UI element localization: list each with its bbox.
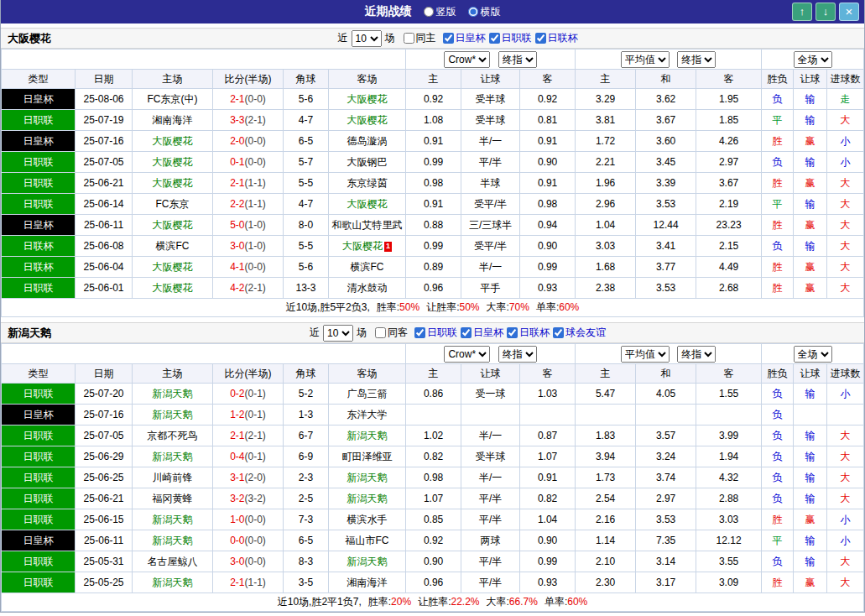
euro-away-odds: 2.19	[696, 194, 762, 215]
result-goals: 大	[827, 572, 864, 593]
match-date: 25-07-19	[76, 110, 133, 131]
league-checkbox[interactable]	[507, 327, 518, 338]
euro-home-odds	[576, 405, 636, 425]
match-row: 日职联25-05-25新潟天鹅2-1(1-1)3-5湘南海洋0.96平/半0.9…	[2, 572, 864, 593]
league-filter[interactable]: 日职联	[414, 326, 457, 340]
result-handicap: 输	[794, 384, 827, 405]
full-time-score: 3-0	[230, 240, 244, 252]
summary-stat-label: 让胜率:	[418, 596, 451, 608]
league-checkbox[interactable]	[489, 33, 500, 44]
half-time-score: (0-0)	[245, 535, 266, 546]
euro-time-select[interactable]: 终指	[677, 346, 716, 363]
match-date: 25-05-25	[76, 572, 133, 593]
asian-away-odds: 0.98	[520, 194, 576, 215]
asian-away-odds: 0.91	[520, 467, 576, 488]
league-checkbox[interactable]	[553, 327, 564, 338]
match-type: 日职联	[2, 194, 76, 215]
asian-odds-controls: Crow* 终指	[406, 344, 576, 364]
euro-time-select[interactable]: 终指	[677, 51, 716, 68]
asian-home-odds: 0.92	[406, 530, 461, 551]
match-type: 日职联	[2, 110, 76, 131]
summary-footer: 近10场,胜2平1负7,胜率:20%让胜率:22.2%大率:66.7%单率:60…	[2, 593, 864, 612]
league-checkbox[interactable]	[414, 327, 425, 338]
league-checkbox[interactable]	[535, 33, 546, 44]
euro-book-select[interactable]: 平均值	[621, 51, 670, 68]
full-time-score: 4-2	[230, 282, 244, 294]
home-team: FC东京(中)	[133, 89, 213, 110]
match-row: 日职联25-07-19湘南海洋3-3(2-1)4-7大阪樱花1.08受半球0.8…	[2, 110, 864, 131]
league-filter[interactable]: 日职联	[489, 31, 532, 45]
score-cell: 3-3(2-1)	[213, 110, 284, 131]
result-goals: 大	[827, 488, 864, 509]
odds-book-select[interactable]: Crow*	[444, 346, 490, 363]
league-checkbox[interactable]	[461, 327, 472, 338]
same-venue-filter[interactable]: 同客	[375, 326, 408, 340]
away-team: 大阪钢巴	[329, 152, 406, 173]
result-handicap: 输	[794, 110, 827, 131]
scope-select[interactable]: 全场	[794, 346, 832, 363]
layout-radio-horizontal[interactable]: 横版	[468, 5, 501, 19]
handicap: 半/一	[461, 131, 520, 152]
column-header: 让球	[794, 70, 827, 89]
away-team: 东京绿茵	[329, 173, 406, 194]
summary-stat-label: 单率:	[536, 301, 559, 313]
asian-home-odds: 0.96	[406, 572, 461, 593]
summary-stat-value: 66.7%	[509, 596, 538, 608]
away-team-name: 新潟天鹅	[347, 556, 388, 567]
same-venue-filter[interactable]: 同主	[404, 31, 436, 45]
away-team-name: 广岛三箭	[347, 388, 388, 399]
half-time-score: (0-0)	[245, 514, 266, 525]
league-checkbox[interactable]	[443, 33, 454, 44]
result-outcome: 胜	[762, 509, 794, 530]
league-label: 日职联	[502, 31, 532, 45]
euro-draw-odds: 4.05	[636, 384, 696, 405]
scope-controls: 全场	[762, 344, 864, 364]
odds-book-select[interactable]: Crow*	[444, 51, 490, 68]
handicap: 三/三球半	[461, 215, 520, 236]
match-count-select[interactable]: 10	[352, 30, 382, 47]
euro-home-odds: 2.54	[576, 488, 636, 509]
same-venue-checkbox[interactable]	[375, 327, 386, 338]
asian-away-odds: 0.93	[520, 572, 576, 593]
column-header: 和	[636, 364, 696, 384]
euro-away-odds: 3.99	[696, 425, 762, 446]
odds-time-select[interactable]: 终指	[498, 51, 537, 68]
full-time-score: 0-2	[230, 388, 244, 399]
summary-stat-label: 大率:	[487, 301, 509, 313]
layout-radio-vertical-input[interactable]	[424, 7, 434, 17]
league-filter[interactable]: 日皇杯	[461, 326, 503, 340]
column-header: 主场	[133, 70, 213, 89]
half-time-score: (0-0)	[245, 556, 266, 567]
euro-draw-odds: 3.53	[636, 278, 696, 299]
score-cell: 3-0(1-0)	[213, 236, 284, 257]
close-button[interactable]: ×	[839, 3, 859, 21]
move-up-button[interactable]: ↑	[792, 3, 812, 21]
away-team-name: 东洋大学	[347, 409, 388, 420]
away-team: 清水鼓动	[329, 278, 406, 299]
column-header: 客	[520, 70, 576, 89]
match-count-select[interactable]: 10	[323, 325, 353, 342]
match-row: 日职联25-06-21大阪樱花2-1(1-1)5-5东京绿茵0.98半球0.91…	[2, 173, 864, 194]
asian-home-odds: 0.98	[406, 173, 461, 194]
scope-select[interactable]: 全场	[794, 51, 832, 68]
euro-home-odds: 1.73	[576, 467, 636, 488]
league-filter[interactable]: 日皇杯	[443, 31, 486, 45]
result-goals	[827, 405, 864, 425]
odds-time-select[interactable]: 终指	[498, 346, 537, 363]
layout-radio-vertical[interactable]: 竖版	[424, 5, 456, 19]
league-filter[interactable]: 日联杯	[507, 326, 550, 340]
league-filter[interactable]: 球会友谊	[553, 326, 606, 340]
layout-radio-horizontal-input[interactable]	[468, 7, 478, 17]
column-header: 让球	[461, 70, 520, 89]
move-down-button[interactable]: ↓	[815, 3, 836, 21]
column-header: 角球	[284, 364, 329, 384]
same-venue-checkbox[interactable]	[404, 33, 414, 44]
column-header: 日期	[76, 70, 133, 89]
close-icon: ×	[846, 4, 853, 18]
match-row: 日联杯25-06-08横滨FC3-0(1-0)5-5大阪樱花10.99受平/半0…	[2, 236, 864, 257]
euro-book-select[interactable]: 平均值	[621, 346, 670, 363]
full-time-score: 2-0	[230, 135, 244, 147]
asian-away-odds: 0.99	[520, 257, 576, 278]
home-team: 新潟天鹅	[133, 530, 213, 551]
league-filter[interactable]: 日联杯	[535, 31, 578, 45]
